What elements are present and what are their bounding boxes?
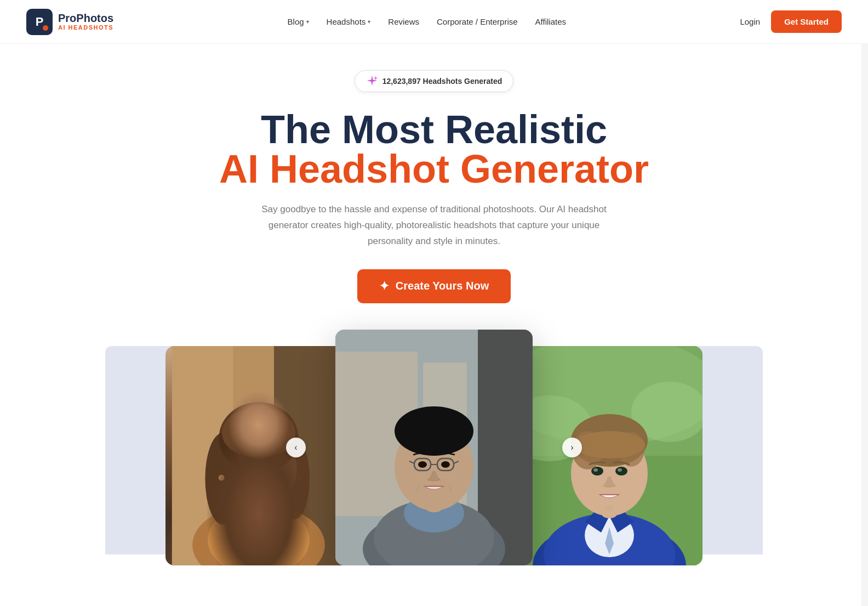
logo-dot [43,25,48,31]
logo-icon [26,9,53,35]
svg-rect-6 [248,484,270,514]
svg-point-52 [591,467,603,475]
logo[interactable]: ProPhotos AI HEADSHOTS [26,9,113,35]
navbar: ProPhotos AI HEADSHOTS Blog ▾ Headshots … [0,0,868,44]
scrollbar[interactable] [861,0,868,565]
gallery-photo-man-blond [516,346,703,565]
hero-subtitle: Say goodbye to the hassle and expense of… [259,202,609,250]
wand-icon: ✦ [379,279,389,293]
login-link[interactable]: Login [740,17,760,26]
badge-text: 12,623,897 Headshots Generated [382,77,502,86]
cta-label: Create Yours Now [396,280,489,292]
gallery-photo-man-asian [335,330,533,565]
svg-point-4 [208,504,310,565]
headshots-badge: 12,623,897 Headshots Generated [355,70,514,92]
svg-point-54 [593,468,598,472]
svg-point-15 [268,463,272,467]
svg-point-34 [441,461,450,468]
svg-point-7 [220,425,297,512]
gallery-prev-button[interactable]: ‹ [286,438,306,457]
svg-point-27 [395,406,473,456]
photo-gallery: ‹ [105,330,763,565]
svg-point-11 [222,407,295,458]
svg-point-56 [605,505,614,511]
sparkle-icon [366,75,378,87]
logo-brand-name: ProPhotos [58,12,113,24]
nav-item-blog[interactable]: Blog ▾ [288,17,309,26]
svg-point-13 [265,462,275,469]
svg-point-9 [205,433,241,524]
nav-item-reviews[interactable]: Reviews [388,17,419,26]
svg-point-53 [615,467,627,475]
gallery-photo-woman [165,346,352,565]
logo-tagline: AI HEADSHOTS [58,24,113,31]
nav-item-corporate[interactable]: Corporate / Enterprise [437,17,518,26]
headline-line1: The Most Realistic [261,110,607,149]
logo-text: ProPhotos AI HEADSHOTS [58,12,113,31]
svg-point-16 [256,507,260,511]
svg-rect-2 [274,346,345,565]
svg-point-17 [219,475,224,480]
nav-links: Blog ▾ Headshots ▾ Reviews Corporate / E… [288,17,566,26]
svg-point-5 [228,494,289,545]
gallery-next-button[interactable]: › [562,438,582,457]
svg-point-12 [242,462,253,469]
svg-point-33 [418,461,427,468]
nav-right: Login Get Started [740,10,842,33]
headline-line2: AI Headshot Generator [219,149,649,189]
hero-section: 12,623,897 Headshots Generated The Most … [0,44,868,565]
svg-point-51 [574,431,645,458]
svg-rect-1 [172,346,233,565]
headshots-chevron-icon: ▾ [368,19,370,25]
blog-chevron-icon: ▾ [306,19,309,25]
create-yours-button[interactable]: ✦ Create Yours Now [357,269,511,303]
get-started-button[interactable]: Get Started [771,10,842,33]
svg-point-3 [192,504,325,565]
nav-item-headshots[interactable]: Headshots ▾ [327,17,371,26]
svg-point-14 [245,463,249,467]
svg-point-55 [618,468,622,472]
svg-point-8 [219,402,298,473]
nav-item-affiliates[interactable]: Affiliates [535,17,566,26]
